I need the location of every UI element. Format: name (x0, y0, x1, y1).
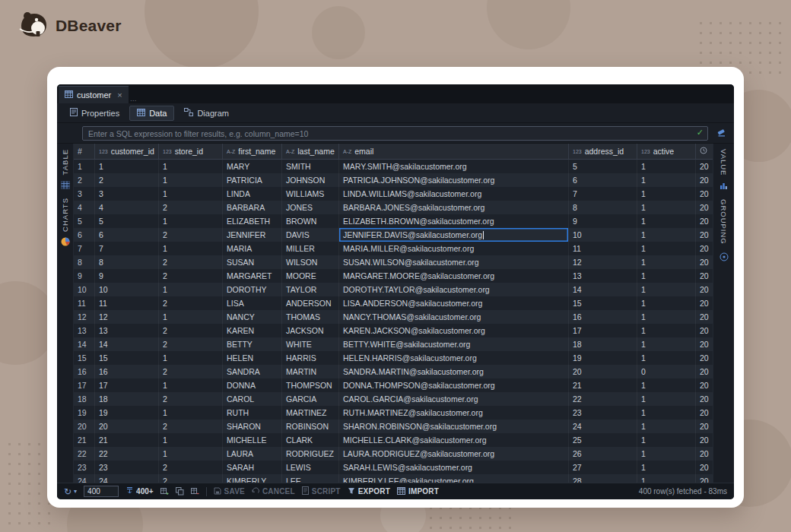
grid-cell[interactable]: 18 (569, 337, 637, 351)
grid-cell[interactable]: 1 (637, 214, 696, 228)
grid-cell[interactable]: 10 (95, 283, 159, 296)
grid-cell[interactable]: MARTINEZ (282, 406, 339, 420)
grid-cell[interactable]: 9 (569, 214, 637, 228)
grid-cell[interactable]: BETTY.WHITE@sakilacustomer.org (339, 337, 569, 351)
apply-filter-icon[interactable]: ✓ (697, 128, 704, 138)
panel-tab-charts[interactable]: CHARTS (61, 198, 70, 249)
grid-cell[interactable]: 14 (569, 283, 637, 296)
row-number-cell[interactable]: 11 (74, 296, 95, 310)
grid-cell[interactable]: 13 (569, 269, 637, 283)
grid-cell[interactable]: 16 (95, 365, 159, 378)
grid-cell[interactable]: 20 (696, 351, 713, 365)
panel-settings-button[interactable] (720, 251, 729, 264)
grid-cell[interactable]: 1 (637, 461, 696, 474)
grid-cell[interactable]: ELIZABETH (223, 214, 282, 228)
grid-cell[interactable]: 1 (159, 447, 223, 461)
grid-cell[interactable]: JACKSON (282, 324, 339, 337)
grid-cell[interactable]: 1 (159, 310, 223, 324)
sql-filter-input[interactable] (82, 126, 708, 141)
grid-cell[interactable]: 20 (696, 337, 713, 351)
grid-cell[interactable]: 4 (95, 201, 159, 214)
grid-cell[interactable]: SHARON.ROBINSON@sakilacustomer.org (339, 420, 569, 433)
grid-cell[interactable]: DONNA (223, 378, 282, 392)
column-header-active[interactable]: 123active (637, 144, 696, 159)
grid-cell[interactable]: 1 (159, 214, 223, 228)
grid-cell[interactable]: CLARK (282, 433, 339, 447)
grid-cell[interactable]: 23 (569, 406, 637, 420)
grid-cell[interactable]: 22 (95, 447, 159, 461)
delete-row-button[interactable] (191, 487, 199, 496)
cancel-button[interactable]: CANCEL (252, 487, 295, 496)
grid-cell[interactable]: BARBARA.JONES@sakilacustomer.org (339, 201, 569, 214)
grid-cell[interactable]: HELEN (223, 351, 282, 365)
grid-cell[interactable]: LEWIS (282, 461, 339, 474)
grid-cell[interactable]: 7 (569, 187, 637, 201)
grid-cell[interactable]: MOORE (282, 269, 339, 283)
grid-cell[interactable]: 1 (159, 160, 223, 173)
grid-cell[interactable]: 13 (95, 324, 159, 337)
grid-cell[interactable]: 3 (95, 187, 159, 201)
grid-cell[interactable]: 2 (159, 392, 223, 406)
grid-cell[interactable]: 20 (696, 392, 713, 406)
tab-customer[interactable]: customer × (59, 86, 129, 103)
row-number-cell[interactable]: 16 (74, 365, 95, 378)
grid-cell[interactable]: 19 (95, 406, 159, 420)
grid-cell[interactable]: 20 (696, 269, 713, 283)
grid-cell[interactable]: 8 (569, 201, 637, 214)
grid-cell[interactable]: CAROL.GARCIA@sakilacustomer.org (339, 392, 569, 406)
grid-cell[interactable]: 1 (637, 420, 696, 433)
grid-cell[interactable]: 1 (159, 173, 223, 187)
column-header-#[interactable]: # (74, 144, 95, 159)
grid-cell[interactable]: 2 (159, 228, 223, 242)
row-number-cell[interactable]: 22 (74, 447, 95, 461)
grid-cell[interactable]: 17 (95, 378, 159, 392)
row-number-cell[interactable]: 13 (74, 324, 95, 337)
grid-cell[interactable]: 15 (569, 296, 637, 310)
grid-cell[interactable]: 20 (696, 201, 713, 214)
row-number-cell[interactable]: 14 (74, 337, 95, 351)
grid-cell[interactable]: 2 (159, 337, 223, 351)
grid-cell[interactable]: 5 (95, 214, 159, 228)
grid-cell[interactable]: PATRICIA.JOHNSON@sakilacustomer.org (339, 173, 569, 187)
grid-cell[interactable]: 26 (569, 447, 637, 461)
grid-cell[interactable]: SUSAN.WILSON@sakilacustomer.org (339, 255, 569, 269)
row-number-cell[interactable]: 8 (74, 255, 95, 269)
grid-cell[interactable]: THOMAS (282, 310, 339, 324)
export-button[interactable]: EXPORT (348, 487, 390, 496)
grid-cell[interactable]: 2 (159, 255, 223, 269)
grid-cell[interactable]: 20 (696, 433, 713, 447)
row-number-cell[interactable]: 12 (74, 310, 95, 324)
row-number-cell[interactable]: 19 (74, 406, 95, 420)
grid-cell[interactable]: LINDA (223, 187, 282, 201)
grid-cell[interactable]: MARIA.MILLER@sakilacustomer.org (339, 242, 569, 255)
grid-cell[interactable]: SUSAN (223, 255, 282, 269)
grid-cell[interactable]: 20 (696, 365, 713, 378)
grid-cell[interactable]: 20 (569, 365, 637, 378)
grid-cell[interactable]: KAREN.JACKSON@sakilacustomer.org (339, 324, 569, 337)
grid-cell[interactable]: 1 (637, 242, 696, 255)
grid-cell[interactable]: 1 (637, 378, 696, 392)
grid-cell[interactable]: LAURA (223, 447, 282, 461)
grid-cell[interactable]: 2 (159, 296, 223, 310)
grid-cell[interactable]: 1 (637, 160, 696, 173)
grid-cell[interactable]: 20 (95, 420, 159, 433)
import-button[interactable]: IMPORT (397, 487, 439, 496)
grid-cell[interactable]: SARAH.LEWIS@sakilacustomer.org (339, 461, 569, 474)
close-icon[interactable]: × (117, 90, 122, 100)
grid-cell[interactable]: 2 (159, 324, 223, 337)
grid-cell[interactable]: 1 (159, 406, 223, 420)
grid-cell[interactable]: 20 (696, 296, 713, 310)
grid-cell[interactable]: 6 (569, 173, 637, 187)
grid-cell[interactable]: NANCY.THOMAS@sakilacustomer.org (339, 310, 569, 324)
grid-cell[interactable]: 20 (696, 406, 713, 420)
grid-cell[interactable]: 1 (637, 392, 696, 406)
grid-cell[interactable]: GARCIA (282, 392, 339, 406)
grid-cell[interactable]: 1 (637, 201, 696, 214)
grid-cell[interactable]: 1 (637, 269, 696, 283)
row-number-cell[interactable]: 6 (74, 228, 95, 242)
grid-cell[interactable]: DAVIS (282, 228, 339, 242)
grid-cell[interactable]: BARBARA (223, 201, 282, 214)
row-number-cell[interactable]: 9 (74, 269, 95, 283)
grid-cell[interactable]: 22 (569, 392, 637, 406)
grid-cell[interactable]: 9 (95, 269, 159, 283)
